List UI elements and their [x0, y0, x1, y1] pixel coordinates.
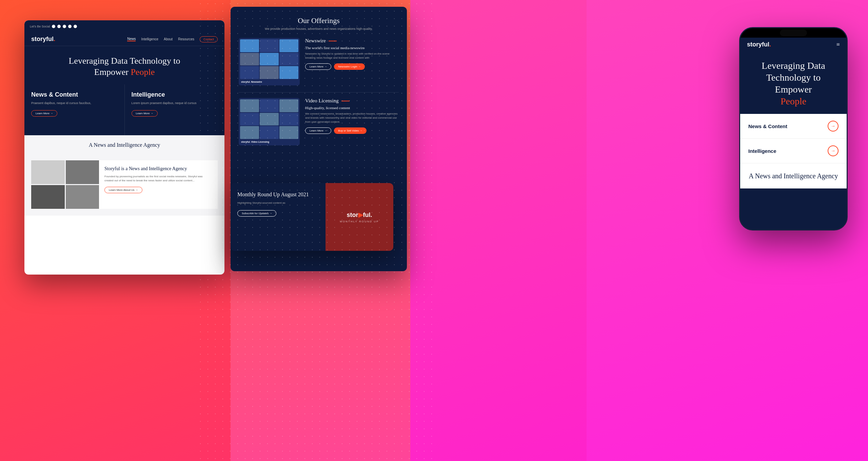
twitter-icon[interactable] [52, 25, 55, 28]
nav-news[interactable]: News [127, 37, 136, 41]
story-img-3 [31, 185, 65, 209]
newswire-image: storyful. Newswire [239, 38, 300, 85]
roundup-desc: Highlighting Storyful-sourced content as [237, 201, 319, 205]
story-body: Founded by pioneering journalists as the… [104, 175, 212, 183]
newswire-name-row: Newswire [305, 38, 399, 44]
video-learn-more-btn[interactable]: Learn More → [305, 127, 331, 134]
nw-cell-6 [279, 53, 298, 66]
main-nav-bar: storyful. News Intelligence About Resour… [24, 33, 224, 46]
nw-cell-3 [279, 39, 298, 52]
vi-storyful-label: storyful. Video Licensing [241, 141, 269, 143]
roundup-logo: stor▶ful. MONTHLY ROUND UP [340, 211, 379, 223]
nw-cell-5 [260, 53, 279, 66]
newswire-name: Newswire [305, 38, 326, 44]
hero-line1: Leveraging Data Technology to [68, 56, 180, 66]
phone-notch [740, 28, 847, 38]
phone-agency: A News and Intelligence Agency [740, 163, 847, 188]
buy-sell-btn[interactable]: Buy or Sell Video → [334, 127, 366, 134]
social-bar: Let's Be Social [30, 25, 77, 28]
phone-hero-accent: People [781, 96, 806, 106]
vi-cell-5 [260, 113, 279, 126]
agency-section: A News and Intelligence Agency [24, 135, 224, 160]
phone-hero-headline: Leveraging Data Technology to Empower Pe… [748, 60, 839, 107]
phone-intelligence-card[interactable]: Intelligence → [740, 139, 847, 163]
phone-agency-heading: A News and Intelligence Agency [748, 172, 839, 180]
news-content-card: News & Content Praesent dapibus, neque i… [24, 84, 125, 135]
nw-storyful-label: storyful. Newswire [241, 81, 262, 83]
newswire-grid: storyful. Newswire [239, 38, 300, 85]
newswire-tagline: The world's first social media newswire [305, 46, 399, 50]
nav-links: News Intelligence About Resources Contac… [127, 36, 218, 42]
nav-resources[interactable]: Resources [178, 37, 194, 41]
roundup-image: stor▶ful. MONTHLY ROUND UP [326, 183, 393, 251]
youtube-icon[interactable] [74, 25, 77, 28]
vi-cell-7 [240, 126, 259, 139]
phone-logo-dot: . [769, 41, 771, 48]
newswire-dash [329, 41, 337, 41]
nav-about[interactable]: About [164, 37, 173, 41]
phone-logo-text: storyful [747, 41, 769, 48]
intelligence-learn-more-btn[interactable]: Learn More → [132, 110, 158, 117]
facebook-icon[interactable] [57, 25, 61, 28]
social-nav-bar: Let's Be Social [24, 20, 224, 33]
phone-nav: storyful. ≡ [740, 38, 847, 52]
hero-headline: Leveraging Data Technology to Empower Pe… [31, 56, 218, 78]
nw-cell-7 [240, 66, 259, 79]
logo: storyful. [31, 36, 55, 43]
newswire-content: Newswire The world's first social media … [305, 38, 399, 70]
hamburger-icon[interactable]: ≡ [836, 41, 840, 48]
phone-news-card[interactable]: News & Content → [740, 114, 847, 139]
logo-dot: . [54, 36, 55, 42]
news-content-desc: Praesent dapibus, neque id cursus faucib… [31, 101, 118, 105]
phone-intelligence-title: Intelligence [748, 148, 776, 154]
vi-cell-8 [260, 126, 279, 139]
video-grid: storyful. Video Licensing [239, 98, 300, 145]
bg-right-center-panel [410, 0, 587, 461]
contact-button[interactable]: Contact [200, 36, 218, 42]
offering-divider [239, 92, 399, 93]
video-licensing-name: Video Licensing [305, 98, 339, 104]
vi-label-bar: storyful. Video Licensing [240, 140, 298, 144]
vi-cell-9 [279, 126, 298, 139]
roundup-title: Monthly Round Up August 2021 [237, 191, 319, 198]
vi-cell-3 [279, 99, 298, 112]
hero-accent: People [131, 67, 155, 77]
instagram-icon[interactable] [68, 25, 72, 28]
news-content-learn-more-btn[interactable]: Learn More → [31, 110, 57, 117]
newswire-login-btn[interactable]: Newswire Login → [334, 63, 365, 70]
roundup-logo-text: stor▶ful. [340, 211, 379, 219]
story-section: Storyful is a News and Intelligence Agen… [24, 160, 224, 216]
nw-cell-4 [240, 53, 259, 66]
learn-more-about-btn[interactable]: Learn More About Us → [104, 187, 142, 193]
roundup-text: Monthly Round Up August 2021 Highlightin… [231, 183, 326, 251]
video-licensing-tagline: High-quality, licensed content [305, 106, 399, 110]
vi-cell-6 [279, 113, 298, 126]
linkedin-icon[interactable] [63, 25, 66, 28]
subscribe-updates-btn[interactable]: Subscribe for Updates → [237, 210, 276, 217]
lets-be-social-label: Let's Be Social [30, 25, 50, 28]
intelligence-title: Intelligence [132, 91, 218, 98]
logo-text: storyful [31, 36, 54, 42]
phone-cards: News & Content → Intelligence → [740, 114, 847, 163]
phone-news-arrow[interactable]: → [828, 121, 839, 132]
offerings-title: Our Offerings [239, 16, 399, 25]
phone-hero-text: Leveraging Data Technology to Empower [762, 60, 825, 95]
newswire-desc: Newswire by Storyful is updated in real-… [305, 52, 399, 60]
video-licensing-item: storyful. Video Licensing Video Licensin… [239, 98, 399, 145]
news-content-title: News & Content [31, 91, 118, 98]
roundup-logo-storyful: stor [347, 212, 358, 218]
phone-intelligence-arrow[interactable]: → [828, 145, 839, 156]
agency-heading: A News and Intelligence Agency [31, 142, 218, 148]
nw-cell-2 [260, 39, 279, 52]
story-images [31, 160, 99, 209]
roundup-card: Monthly Round Up August 2021 Highlightin… [231, 183, 393, 251]
nw-cell-9 [279, 66, 298, 79]
phone-hero: Leveraging Data Technology to Empower Pe… [740, 52, 847, 114]
phone-mockup: storyful. ≡ Leveraging Data Technology t… [739, 27, 848, 230]
nav-intelligence[interactable]: Intelligence [141, 37, 158, 41]
newswire-learn-more-btn[interactable]: Learn More → [305, 63, 331, 70]
hero-line2: Empower [94, 67, 129, 77]
story-img-1 [31, 160, 65, 184]
phone-logo: storyful. [747, 41, 771, 48]
video-licensing-name-row: Video Licensing [305, 98, 399, 104]
